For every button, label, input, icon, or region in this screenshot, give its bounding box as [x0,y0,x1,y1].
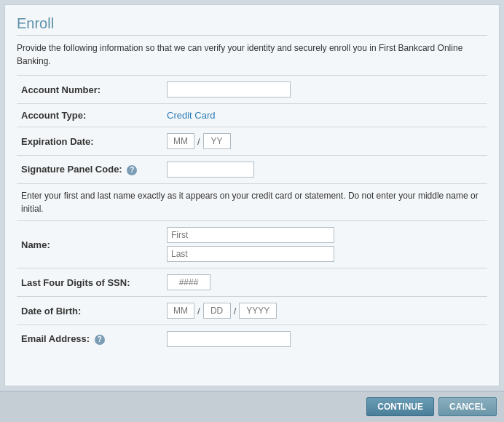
signature-panel-label: Signature Panel Code: ? [17,156,162,184]
page-title: Enroll [17,15,487,36]
main-content: Enroll Provide the following information… [4,4,500,386]
email-label: Email Address: ? [17,325,162,354]
expiration-date-row: Expiration Date: / [17,127,487,156]
account-number-input[interactable] [167,81,291,97]
name-info-box: Enter your first and last name exactly a… [17,183,487,220]
dob-label: Date of Birth: [17,297,162,325]
email-cell [162,325,487,354]
ssn-row: Last Four Digits of SSN: [17,268,487,297]
account-type-value: Credit Card [162,104,487,127]
continue-button[interactable]: CONTINUE [366,397,434,416]
account-number-label: Account Number: [17,76,162,104]
expiry-mm-input[interactable] [167,133,194,149]
slash-3: / [234,306,237,316]
email-input[interactable] [167,331,291,347]
signature-panel-row: Signature Panel Code: ? [17,156,487,184]
signature-panel-cell [162,156,487,184]
account-number-cell [162,76,487,104]
name-label: Name: [17,221,162,268]
ssn-cell [162,268,487,297]
slash-1: / [197,136,200,147]
enroll-form: Account Number: Account Type: Credit Car… [17,75,487,183]
email-label-text: Email Address: [21,333,90,344]
page-container: Enroll Provide the following information… [0,0,504,422]
name-fields [167,227,483,262]
expiry-container: / [167,133,483,149]
ssn-label: Last Four Digits of SSN: [17,268,162,297]
account-number-row: Account Number: [17,76,487,104]
ssn-input[interactable] [167,274,210,290]
name-row: Name: [17,221,487,268]
intro-text: Provide the following information so tha… [17,41,487,68]
bottom-bar: CONTINUE CANCEL [0,391,504,422]
email-row: Email Address: ? [17,325,487,354]
cancel-button[interactable]: CANCEL [438,397,497,416]
last-name-input[interactable] [167,246,334,262]
account-type-row: Account Type: Credit Card [17,104,487,127]
signature-help-icon[interactable]: ? [127,165,137,175]
email-help-icon[interactable]: ? [95,335,105,345]
slash-2: / [197,306,200,316]
dob-container: / / [167,303,483,319]
signature-panel-label-text: Signature Panel Code: [21,164,122,175]
expiry-yy-input[interactable] [203,133,231,149]
name-form: Name: Last Four Digits of SSN: Date of B… [17,220,487,353]
account-type-label: Account Type: [17,104,162,127]
dob-row: Date of Birth: / / [17,297,487,325]
name-cell [162,221,487,268]
first-name-input[interactable] [167,227,334,243]
dob-yyyy-input[interactable] [239,303,277,319]
dob-dd-input[interactable] [203,303,231,319]
expiration-date-label: Expiration Date: [17,127,162,156]
expiration-date-cell: / [162,127,487,156]
dob-cell: / / [162,297,487,325]
signature-panel-input[interactable] [167,162,254,178]
dob-mm-input[interactable] [167,303,194,319]
